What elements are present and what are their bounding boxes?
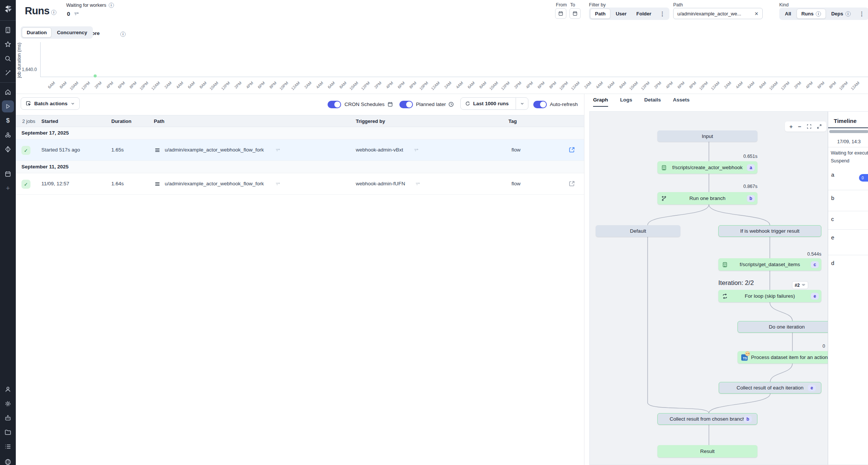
nodes-icon[interactable] — [0, 128, 16, 142]
timeline-row-label: c — [831, 216, 834, 222]
external-link-icon[interactable] — [569, 147, 575, 153]
waiting-info-icon[interactable]: i — [109, 3, 114, 8]
timeline-title[interactable]: Timeline — [834, 118, 857, 124]
robot-icon[interactable] — [0, 411, 16, 425]
dollar-icon[interactable]: $ — [0, 114, 16, 128]
user-icon[interactable] — [0, 382, 16, 397]
runs-info-icon[interactable]: i — [51, 10, 56, 15]
kind-deps-option[interactable]: Depsi — [827, 9, 855, 18]
step-badge: a — [747, 164, 755, 171]
tab-concurrency[interactable]: Concurrency — [52, 28, 91, 37]
windmill-logo-icon[interactable] — [0, 0, 16, 18]
filter-plus-icon[interactable] — [74, 11, 79, 17]
filter-plus-icon[interactable] — [415, 182, 420, 186]
auto-refresh-toggle[interactable] — [533, 101, 547, 108]
col-started[interactable]: Started — [41, 118, 58, 124]
timeline-row[interactable]: b — [828, 190, 868, 211]
kind-runs-option[interactable]: Runsi — [797, 9, 826, 19]
flow-node-collect-branch[interactable]: Collect result from chosen branch b — [657, 413, 757, 425]
fit-view-icon[interactable] — [807, 124, 812, 129]
timeline-duration-bar[interactable]: 0 — [859, 174, 868, 182]
flow-node-for-loop[interactable]: For loop (skip failures) e — [718, 290, 821, 302]
plus-icon[interactable]: + — [0, 181, 16, 195]
load-more-info-icon[interactable]: i — [120, 32, 126, 37]
tab-details[interactable]: Details — [644, 97, 661, 107]
filter-plus-icon[interactable] — [275, 182, 280, 186]
star-icon[interactable] — [0, 37, 16, 51]
run-row[interactable]: ✓ Started 517s ago 1.65s u/admin/example… — [16, 139, 584, 161]
filter-by-user-option[interactable]: User — [611, 9, 631, 18]
tab-logs[interactable]: Logs — [620, 97, 632, 107]
runs-kind-info-icon: i — [816, 11, 821, 17]
filter-plus-icon[interactable] — [414, 148, 419, 153]
building-icon[interactable] — [0, 23, 16, 37]
chart-data-point[interactable] — [94, 74, 97, 77]
from-date-button[interactable] — [555, 8, 566, 19]
timeline-row[interactable]: e — [828, 230, 868, 255]
success-check-icon: ✓ — [21, 146, 30, 155]
last-runs-dropdown-button[interactable] — [516, 97, 528, 110]
globe-icon[interactable] — [0, 454, 16, 465]
timeline-scrollbar[interactable] — [829, 130, 868, 133]
planned-later-toggle[interactable] — [399, 101, 413, 108]
step-badge: c — [811, 261, 819, 268]
flow-node-step-c[interactable]: f/scripts/get_dataset_items c — [718, 258, 821, 271]
zoom-out-icon[interactable]: − — [798, 123, 801, 130]
last-runs-button[interactable]: Last 1000 runs — [460, 97, 516, 110]
flow-node-input[interactable]: Input — [657, 130, 757, 142]
filter-by-path-option[interactable]: Path — [590, 9, 610, 19]
folder-icon[interactable] — [0, 425, 16, 439]
menu-icon[interactable] — [155, 181, 160, 187]
cron-schedules-toggle[interactable] — [328, 101, 341, 108]
flow-node-do-one-iteration[interactable]: Do one iteration — [737, 321, 836, 333]
flow-node-branch-default[interactable]: Default — [596, 225, 680, 237]
tab-graph[interactable]: Graph — [593, 97, 608, 107]
run-path[interactable]: u/admin/example_actor_webhook_flow_fork — [165, 147, 264, 153]
col-path[interactable]: Path — [154, 118, 164, 124]
timeline-row[interactable]: c — [828, 211, 868, 230]
magic-wand-icon[interactable] — [0, 66, 16, 80]
clear-path-icon[interactable]: ✕ — [754, 11, 759, 17]
tab-assets[interactable]: Assets — [673, 97, 689, 107]
col-duration[interactable]: Duration — [111, 118, 131, 124]
zoom-in-icon[interactable]: + — [789, 123, 793, 130]
filter-by-folder-option[interactable]: Folder — [632, 9, 656, 18]
tab-duration[interactable]: Duration — [22, 27, 52, 38]
flow-node-step-b[interactable]: Run one branch b — [657, 192, 757, 204]
col-triggered-by[interactable]: Triggered by — [356, 118, 385, 124]
search-icon[interactable] — [0, 51, 16, 66]
chevron-down-icon — [71, 101, 75, 106]
list-icon[interactable] — [0, 439, 16, 454]
timeline-row-label: b — [831, 195, 834, 201]
filter-plus-icon[interactable] — [275, 148, 280, 153]
iteration-selector[interactable]: #2 — [792, 281, 808, 289]
menu-icon[interactable] — [155, 147, 160, 153]
chart-plot-area[interactable] — [40, 42, 868, 77]
to-date-button[interactable] — [569, 8, 581, 19]
flow-node-branch-if[interactable]: If is webhook trigger result — [718, 225, 821, 237]
path-filter-input[interactable]: u/admin/example_actor_we... ✕ — [673, 8, 763, 19]
external-link-icon[interactable] — [569, 180, 575, 187]
kind-all-option[interactable]: All — [780, 9, 796, 18]
timeline-row[interactable]: d — [828, 255, 868, 315]
diamond-icon[interactable] — [0, 142, 16, 156]
sidebar-item-runs[interactable] — [0, 99, 16, 114]
calendar-icon[interactable] — [0, 167, 16, 181]
col-tag[interactable]: Tag — [508, 118, 517, 124]
run-row[interactable]: ✓ 11/09, 12:57 1.64s u/admin/example_act… — [16, 173, 584, 195]
expand-icon[interactable] — [817, 124, 822, 129]
filter-by-kebab-icon[interactable]: ⋮ — [657, 11, 668, 17]
batch-actions-button[interactable]: Batch actions — [21, 97, 80, 110]
flow-node-process-step[interactable]: TS Process dataset item for an action — [737, 351, 842, 364]
gear-icon[interactable] — [0, 397, 16, 411]
from-label: From — [556, 2, 567, 8]
flow-node-step-a[interactable]: f/scripts/create_actor_webhook a — [657, 161, 757, 174]
batch-actions-label: Batch actions — [34, 101, 68, 106]
flow-node-result[interactable]: Result — [657, 445, 757, 457]
flow-node-collect-each[interactable]: Collect result of each iteration e — [719, 382, 821, 394]
kind-kebab-icon[interactable]: ⋮ — [856, 11, 868, 17]
run-path[interactable]: u/admin/example_actor_webhook_flow_fork — [165, 181, 264, 186]
timeline-legend: Waiting for executor Suspend — [831, 149, 868, 165]
kind-label: Kind — [779, 2, 789, 8]
timeline-row[interactable]: a0 — [828, 167, 868, 190]
